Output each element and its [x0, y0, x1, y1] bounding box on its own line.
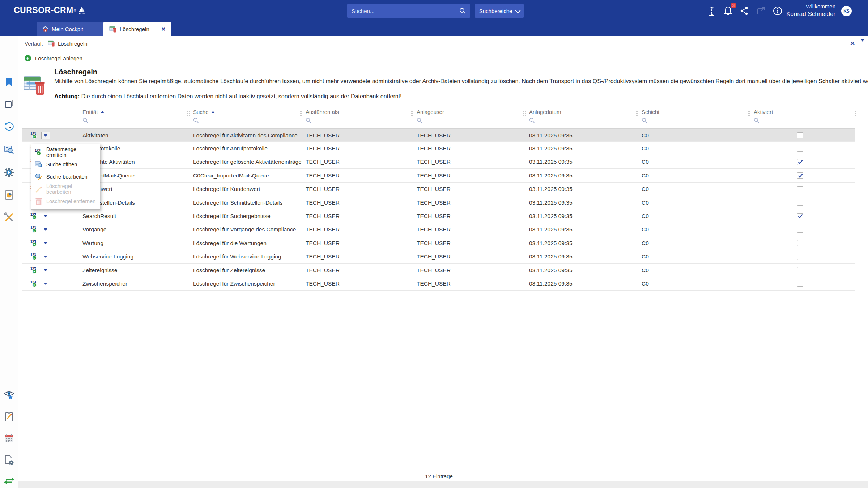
- history-close-icon[interactable]: ✕: [850, 40, 855, 47]
- table-row[interactable]: 123▶VorgängeLöschregel für Vorgänge des …: [22, 223, 855, 236]
- table-row[interactable]: 123▶Webservice-LoggingLöschregel für Web…: [22, 250, 855, 264]
- tab-loeschregeln[interactable]: Löschregeln ✕: [103, 22, 171, 36]
- column-schicht-header[interactable]: Schicht: [642, 109, 659, 115]
- table-row[interactable]: 123▶AnrufprotokolleLöschregel für Anrufp…: [22, 142, 855, 155]
- aktiviert-checkbox[interactable]: [797, 172, 803, 179]
- menu-item-suche-bearbeiten[interactable]: Suche bearbeiten: [31, 171, 100, 183]
- cell-anlageuser: TECH_USER: [417, 196, 451, 209]
- aktiviert-checkbox[interactable]: [797, 267, 803, 273]
- search-icon[interactable]: [459, 8, 466, 14]
- row-menu-button[interactable]: [41, 132, 50, 139]
- aktiviert-checkbox[interactable]: [797, 227, 803, 233]
- table-row[interactable]: 123▶ZeitereignisseLöschregel für Zeitere…: [22, 264, 855, 277]
- document-settings-icon[interactable]: [4, 455, 14, 466]
- column-anlageuser-header[interactable]: Anlageuser: [417, 109, 444, 115]
- history-item-loeschregeln[interactable]: Löschregeln: [48, 40, 88, 47]
- cell-anlageuser: TECH_USER: [417, 169, 451, 182]
- search-input[interactable]: [347, 8, 459, 14]
- column-entitaet-filter[interactable]: [82, 117, 185, 126]
- column-aktiviert-header[interactable]: Aktiviert: [754, 109, 773, 115]
- windows-icon[interactable]: [4, 98, 14, 109]
- sync-icon[interactable]: [4, 475, 14, 486]
- lighthouse-icon[interactable]: [706, 5, 718, 17]
- data-count-icon[interactable]: 123▶: [30, 253, 38, 260]
- report-icon[interactable]: [4, 189, 14, 200]
- search-scope-button[interactable]: Suchbereiche: [475, 4, 524, 18]
- column-resize-handle[interactable]: [636, 110, 638, 118]
- history-icon[interactable]: [4, 121, 14, 132]
- aktiviert-checkbox[interactable]: [797, 146, 803, 152]
- bookmark-icon[interactable]: [4, 77, 14, 87]
- data-count-icon[interactable]: 123▶: [30, 226, 38, 233]
- calendar-icon[interactable]: [4, 433, 14, 444]
- table-row[interactable]: 123▶WartungLöschregel für die WartungenT…: [22, 236, 855, 250]
- table-row[interactable]: 123▶Gelöschte AktivitätenLöschregel für …: [22, 155, 855, 169]
- aktiviert-checkbox[interactable]: [797, 240, 803, 246]
- table-row[interactable]: 123▶Schnittstellen-DetailsLöschregel für…: [22, 196, 855, 209]
- column-anlagedatum-header[interactable]: Anlagedatum: [529, 109, 561, 115]
- column-resize-handle[interactable]: [411, 110, 413, 118]
- data-count-icon[interactable]: 123▶: [30, 213, 38, 220]
- aktiviert-checkbox[interactable]: [797, 254, 803, 260]
- process-gear-icon[interactable]: [4, 167, 14, 178]
- user-menu-chevron-icon[interactable]: [856, 9, 856, 15]
- column-aktiviert-filter[interactable]: [754, 117, 847, 126]
- column-resize-handle[interactable]: [748, 110, 750, 118]
- aktiviert-checkbox[interactable]: [797, 213, 803, 219]
- menu-item-datenmenge-ermitteln[interactable]: 123▶Datenmenge ermitteln: [31, 146, 100, 158]
- table-row[interactable]: 123▶ImportedMailsQueueC0Clear_ImportedMa…: [22, 169, 855, 182]
- column-resize-handle[interactable]: [300, 110, 302, 118]
- watch-eye-icon[interactable]: [4, 390, 14, 401]
- row-menu-button[interactable]: [41, 213, 50, 220]
- row-menu-button[interactable]: [41, 239, 50, 247]
- avatar[interactable]: KS: [841, 6, 852, 16]
- row-menu-button[interactable]: [41, 226, 50, 234]
- cell-anlageuser: TECH_USER: [417, 250, 451, 264]
- column-suche-filter[interactable]: [193, 117, 298, 126]
- search-list-icon[interactable]: [4, 145, 14, 155]
- notes-icon[interactable]: [4, 411, 14, 422]
- data-count-icon[interactable]: 123▶: [30, 132, 38, 139]
- aktiviert-checkbox[interactable]: [797, 200, 803, 206]
- column-ausfuehren-als-header[interactable]: Ausführen als: [306, 109, 339, 115]
- tools-icon[interactable]: [4, 212, 14, 223]
- tab-mein-cockpit[interactable]: Mein Cockpit: [37, 22, 103, 36]
- table-row[interactable]: 123▶SearchResultLöschregel für Suchergeb…: [22, 209, 855, 223]
- menu-item-suche-ffnen[interactable]: Suche öffnen: [31, 158, 100, 171]
- column-entitaet-header[interactable]: Entität: [82, 109, 104, 115]
- column-anlagedatum-filter[interactable]: [529, 117, 634, 126]
- row-menu-button[interactable]: [41, 253, 50, 261]
- column-schicht-filter[interactable]: [642, 117, 746, 126]
- home-icon: [42, 26, 48, 32]
- column-ausfuehren-als-filter[interactable]: [306, 117, 409, 126]
- aktiviert-checkbox[interactable]: [797, 159, 803, 165]
- column-suche-header[interactable]: Suche: [193, 109, 215, 115]
- column-resize-handle[interactable]: [523, 110, 526, 118]
- table-row[interactable]: 123▶KundenwertLöschregel für KundenwertT…: [22, 183, 855, 196]
- create-rule-button[interactable]: + Löschregel anlegen: [25, 55, 82, 61]
- info-icon[interactable]: [772, 5, 783, 17]
- data-count-icon[interactable]: 123▶: [30, 240, 38, 247]
- column-resize-handle[interactable]: [187, 110, 190, 118]
- menu-item-l-schregel-entfernen: Löschregel entfernen: [31, 195, 100, 207]
- table-row[interactable]: 123▶ZwischenspeicherLöschregel für Zwisc…: [22, 277, 855, 290]
- row-menu-button[interactable]: [41, 280, 50, 287]
- data-count-icon[interactable]: 123▶: [30, 280, 38, 287]
- share-icon[interactable]: [739, 5, 750, 17]
- row-menu-button[interactable]: [41, 266, 50, 274]
- column-resize-handle[interactable]: [854, 110, 856, 118]
- row-context-menu: 123▶Datenmenge ermittelnSuche öffnenSuch…: [31, 144, 100, 210]
- aktiviert-checkbox[interactable]: [797, 132, 803, 138]
- history-bar: Verlauf: Löschregeln ✕: [18, 36, 868, 51]
- history-chevron-icon[interactable]: [861, 42, 864, 48]
- cell-anlagedatum: 03.11.2025 09:35: [529, 169, 573, 182]
- aktiviert-checkbox[interactable]: [797, 281, 803, 287]
- data-count-icon: 123▶: [35, 148, 43, 156]
- column-anlageuser-filter[interactable]: [417, 117, 521, 126]
- delete-icon: [35, 197, 43, 205]
- cell-schicht: C0: [642, 209, 649, 223]
- tab-close-icon[interactable]: ✕: [161, 26, 166, 33]
- aktiviert-checkbox[interactable]: [797, 186, 803, 192]
- table-row[interactable]: 123▶AktivitätenLöschregel für Aktivitäte…: [22, 128, 855, 142]
- data-count-icon[interactable]: 123▶: [30, 267, 38, 274]
